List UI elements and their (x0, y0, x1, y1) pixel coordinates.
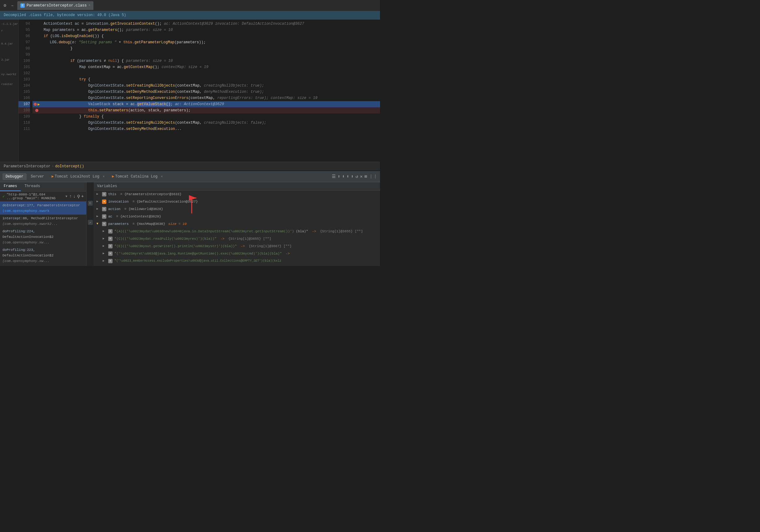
frames-header: Frames Threads (0, 182, 86, 191)
frames-tab[interactable]: Frames (0, 182, 21, 191)
tab-close-icon[interactable]: × (88, 4, 90, 7)
tab-tomcat-localhost-close[interactable]: × (103, 175, 105, 178)
code-line-111: OgnlContextState.setDenyMethodExecution.… (41, 126, 380, 132)
side-panel-buttons: ⎘ ↗ (87, 182, 94, 266)
breakpoint-107[interactable] (34, 103, 37, 106)
sidebar-jar-3: 0.4.jar (0, 40, 18, 47)
thread-selector: ✓ "http-8080-1"@2,684 ...group "main": R… (0, 191, 86, 202)
sidebar-jar-4: 2.jar (0, 57, 18, 64)
toolbar-refresh-icon[interactable]: ↺ (356, 174, 358, 179)
sidebar-jar-5: ny.xwork2 (0, 71, 18, 78)
sidebar-jar-2: r (0, 27, 18, 34)
tab-debugger[interactable]: Debugger (2, 173, 26, 180)
code-line-98: } (41, 45, 380, 52)
code-line-107: ValueStack stack = ac.getValueStack(); a… (41, 101, 380, 107)
var-param-E-icon: ≡ (108, 244, 113, 248)
line-numbers: 9495969798 99100101102103 104105106 107 … (19, 20, 32, 162)
stack-item-3[interactable]: doProfiling:223, DefaultActionInvocation… (0, 246, 86, 265)
toolbar-menu-icon[interactable]: ⋮⋮ (369, 174, 378, 179)
variables-list: ▶ ≡ this = {ParametersInterceptor@3633} … (94, 191, 380, 266)
var-param-member-icon: ≡ (108, 259, 113, 263)
var-param-runtime[interactable]: ▶ ≡ "('\u0023myret\u003d@java.lang.Runti… (94, 250, 380, 257)
var-param-A-icon: ≡ (108, 229, 113, 233)
stack-item-4[interactable]: profile:455, UtilTimerStack (com.opensym… (0, 265, 86, 266)
sidebar-jar-6: rcenter (0, 81, 18, 88)
var-param-A[interactable]: ▶ ≡ "(A)(('\u0023mydat\u003dnew\u0040jav… (94, 228, 380, 235)
debugger-content: Frames Threads ✓ "http-8080-1"@2,684 ...… (0, 182, 380, 266)
code-line-109: } finally { (41, 114, 380, 120)
breadcrumb-method: doIntercept() (55, 164, 84, 169)
var-action[interactable]: ▶ ≡ action = {HelloWorld@3628} (94, 205, 380, 213)
top-bar: ⚙ – C ParametersInterceptor.class × (0, 0, 380, 11)
settings-icon[interactable]: ⚙ (2, 3, 7, 8)
toolbar-list-icon[interactable]: ☰ (332, 174, 336, 179)
stack-item-1[interactable]: intercept:86, MethodFilterInterceptor (c… (0, 215, 86, 228)
var-this-arrow: ▶ (96, 191, 100, 197)
var-param-member[interactable]: ▶ ≡ "('\u0023_memberAccess.excludeProper… (94, 257, 380, 265)
thread-filter-btn[interactable]: ⚲ (77, 194, 80, 199)
thread-add-btn[interactable]: + (81, 194, 84, 199)
var-param-C-arrow: ▶ (103, 236, 106, 242)
stack-item-0[interactable]: doIntercept:177, ParametersInterceptor (… (0, 202, 86, 215)
tab-tomcat-localhost[interactable]: ▶Tomcat Localhost Log × (49, 173, 108, 180)
decompile-banner: Decompiled .class file, bytecode version… (0, 11, 380, 20)
sidebar-jar-1: -1.1.1.jar (0, 21, 18, 27)
toolbar-download-icon[interactable]: ⬇ (342, 174, 345, 179)
frames-panel: Frames Threads ✓ "http-8080-1"@2,684 ...… (0, 182, 87, 266)
tab-server[interactable]: Server (28, 173, 47, 180)
thread-checkmark: ✓ (2, 194, 5, 199)
var-invocation-arrow: ▶ (96, 199, 100, 205)
toolbar-upload-icon[interactable]: ⬆ (351, 174, 354, 179)
var-ac[interactable]: ▶ ≡ ac = {ActionContext@3629} (94, 213, 380, 220)
var-param-member-arrow: ▶ (103, 258, 106, 264)
editor-area: -1.1.1.jar r 0.4.jar 2.jar ny.xwork2 rce… (0, 20, 380, 162)
var-invocation[interactable]: ▶ ● invocation = {DefaultActionInvocatio… (94, 198, 380, 205)
thread-up-btn[interactable]: ↑ (69, 194, 72, 199)
debug-arrow-107: ▶ (37, 102, 40, 107)
variables-panel: Variables ▶ ≡ this = {ParametersIntercep… (94, 182, 380, 266)
thread-name: "http-8080-1"@2,684 ...group "main": RUN… (7, 193, 64, 200)
code-line-104: OgnlContextState.setCreatingNullObjects(… (41, 82, 380, 89)
var-param-cmd[interactable]: ▶ ≡ "('\u0023mycmd\u003d\\id\\')(bla)(bl… (94, 265, 380, 266)
var-this[interactable]: ▶ ≡ this = {ParametersInterceptor@3633} (94, 191, 380, 198)
code-line-106: OgnlContextState.setReportingConversionE… (41, 95, 380, 101)
stack-item-2[interactable]: doProfiling:224, DefaultActionInvocation… (0, 228, 86, 246)
copy-btn[interactable]: ⎘ (88, 201, 93, 206)
minimize-icon[interactable]: – (10, 3, 15, 8)
tab-tomcat-catalina-close[interactable]: × (161, 175, 163, 178)
breadcrumb-class: ParametersInterceptor (4, 164, 50, 169)
variables-header: Variables (94, 182, 380, 191)
thread-nav-buttons: ↑ ↓ ⚲ + (69, 194, 84, 199)
file-tab[interactable]: C ParametersInterceptor.class × (17, 1, 93, 10)
code-line-95: Map parameters = ac.getParameters(); par… (41, 27, 380, 33)
code-line-108: this.setParameters(action, stack, parame… (41, 107, 380, 114)
toolbar-download2-icon[interactable]: ⬇ (347, 174, 349, 179)
breakpoint-108[interactable] (35, 109, 38, 112)
toolbar-up-icon[interactable]: ⬆ (338, 174, 340, 179)
thread-down-btn[interactable]: ↓ (73, 194, 75, 199)
code-line-110: OgnlContextState.setCreatingNullObjects(… (41, 120, 380, 126)
debugger-panel: Debugger Server ▶Tomcat Localhost Log × … (0, 170, 380, 266)
var-param-C[interactable]: ▶ ≡ "(C)(('\u0023mydat.readFully(\u0023m… (94, 235, 380, 242)
var-action-arrow: ▶ (96, 206, 100, 212)
var-this-icon: ≡ (102, 192, 106, 196)
var-param-runtime-arrow: ▶ (103, 251, 106, 257)
link-btn[interactable]: ↗ (88, 220, 93, 225)
var-parameters[interactable]: ▼ ≡ parameters = {HashMap@3630} size = 1… (94, 220, 380, 228)
thread-dropdown-icon[interactable]: ▼ (66, 195, 68, 198)
code-line-99 (41, 52, 380, 58)
code-line-103: try { (41, 76, 380, 82)
code-line-94: ActionContext ac = invocation.getInvocat… (41, 21, 380, 27)
threads-tab[interactable]: Threads (21, 182, 44, 191)
var-ac-icon: ≡ (102, 214, 106, 219)
code-line-101: Map contextMap = ac.getContextMap(); con… (41, 64, 380, 70)
toolbar-grid-icon[interactable]: ⊞ (364, 174, 367, 179)
code-line-102 (41, 70, 380, 76)
var-param-runtime-icon: ≡ (108, 252, 113, 256)
toolbar-stop-icon[interactable]: ✕ (360, 174, 362, 179)
code-content: ActionContext ac = invocation.getInvocat… (41, 20, 380, 162)
var-param-E-arrow: ▶ (103, 243, 106, 249)
var-param-E[interactable]: ▶ ≡ "(E)(('\u0023myout.getWriter().print… (94, 242, 380, 250)
tab-tomcat-catalina[interactable]: ▶Tomcat Catalina Log × (109, 173, 166, 180)
var-param-C-icon: ≡ (108, 237, 113, 241)
